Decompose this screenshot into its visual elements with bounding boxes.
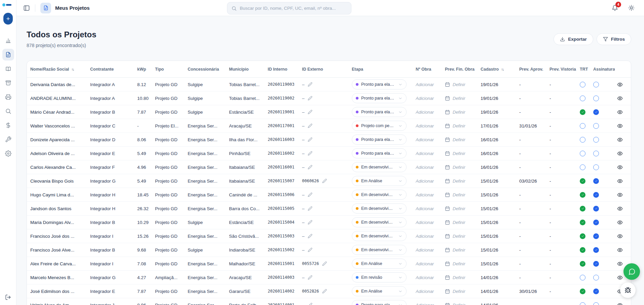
definir-button[interactable]: Definir: [453, 96, 465, 101]
chat-button[interactable]: [623, 263, 640, 280]
definir-button[interactable]: Definir: [453, 234, 465, 239]
definir-button[interactable]: Definir: [453, 192, 465, 197]
logout-icon[interactable]: [5, 294, 11, 300]
add-obra-button[interactable]: Adicionar: [416, 220, 434, 225]
etapa-select[interactable]: Em desenvolvimento: [352, 190, 407, 200]
etapa-select[interactable]: Pronto para elabor...: [352, 300, 407, 305]
edit-id-externo-icon[interactable]: [308, 303, 312, 305]
definir-button[interactable]: Definir: [453, 151, 465, 156]
definir-button[interactable]: Definir: [453, 137, 465, 142]
column-header-name[interactable]: Nome/Razão Social↑↓: [30, 67, 90, 72]
etapa-select[interactable]: Em desenvolvimento: [352, 231, 407, 241]
sidebar-item-printer[interactable]: [2, 91, 14, 103]
etapa-select[interactable]: Em Análise: [352, 259, 407, 269]
sidebar-item-gear[interactable]: [2, 148, 14, 159]
definir-button[interactable]: Definir: [453, 289, 465, 294]
add-obra-button[interactable]: Adicionar: [416, 247, 434, 253]
edit-id-externo-icon[interactable]: [308, 192, 312, 197]
view-project-button[interactable]: [617, 247, 623, 253]
view-project-button[interactable]: [617, 123, 623, 129]
etapa-select[interactable]: Pronto para elabor...: [352, 135, 407, 145]
edit-id-externo-icon[interactable]: [308, 234, 312, 238]
theme-toggle-button[interactable]: [628, 5, 635, 11]
etapa-select[interactable]: Em Análise: [352, 286, 407, 296]
etapa-select[interactable]: Em Análise: [352, 176, 407, 186]
add-obra-button[interactable]: Adicionar: [416, 179, 434, 184]
edit-id-externo-icon[interactable]: [308, 151, 312, 156]
edit-id-externo-icon[interactable]: [322, 261, 327, 266]
edit-id-externo-icon[interactable]: [308, 275, 312, 280]
edit-id-externo-icon[interactable]: [308, 110, 312, 114]
view-project-button[interactable]: [617, 178, 623, 184]
add-obra-button[interactable]: Adicionar: [416, 82, 434, 87]
etapa-select[interactable]: Em desenvolvimento: [352, 217, 407, 227]
view-project-button[interactable]: [617, 109, 623, 115]
definir-button[interactable]: Definir: [453, 261, 465, 266]
definir-button[interactable]: Definir: [453, 110, 465, 115]
etapa-select[interactable]: Em desenvolvimento: [352, 203, 407, 214]
add-obra-button[interactable]: Adicionar: [416, 96, 434, 101]
etapa-select[interactable]: Pronto para elabor...: [352, 93, 407, 103]
add-obra-button[interactable]: Adicionar: [416, 192, 434, 197]
add-obra-button[interactable]: Adicionar: [416, 234, 434, 239]
etapa-select[interactable]: Em desenvolvimento: [352, 245, 407, 255]
edit-id-externo-icon[interactable]: [308, 82, 312, 87]
definir-button[interactable]: Definir: [453, 247, 465, 253]
add-obra-button[interactable]: Adicionar: [416, 123, 434, 128]
add-obra-button[interactable]: Adicionar: [416, 289, 434, 294]
add-obra-button[interactable]: Adicionar: [416, 261, 434, 266]
edit-id-externo-icon[interactable]: [308, 206, 312, 211]
add-obra-button[interactable]: Adicionar: [416, 275, 434, 280]
view-project-button[interactable]: [617, 151, 623, 156]
sidebar-item-archive[interactable]: [2, 77, 14, 89]
edit-id-externo-icon[interactable]: [308, 96, 312, 101]
add-obra-button[interactable]: Adicionar: [416, 137, 434, 142]
notifications-button[interactable]: 4: [612, 5, 618, 11]
add-obra-button[interactable]: Adicionar: [416, 110, 434, 115]
sidebar-item-book[interactable]: [2, 63, 14, 75]
view-project-button[interactable]: [617, 137, 623, 143]
sidebar-toggle-button[interactable]: [23, 5, 30, 11]
add-obra-button[interactable]: Adicionar: [416, 303, 434, 305]
view-project-button[interactable]: [617, 275, 623, 280]
filters-button[interactable]: Filtros: [597, 33, 631, 45]
view-project-button[interactable]: [617, 261, 623, 267]
view-project-button[interactable]: [617, 82, 623, 87]
etapa-select[interactable]: Projeto com pendê...: [352, 121, 407, 131]
view-project-button[interactable]: [617, 233, 623, 239]
add-project-button[interactable]: +: [3, 13, 13, 25]
etapa-select[interactable]: Pronto para elabor...: [352, 148, 407, 158]
sidebar-item-dollar[interactable]: [2, 119, 14, 131]
definir-button[interactable]: Definir: [453, 303, 465, 305]
sidebar-item-bar-chart[interactable]: [2, 35, 14, 46]
sidebar-item-document[interactable]: [2, 49, 14, 61]
sidebar-item-wrench[interactable]: [2, 134, 14, 145]
add-obra-button[interactable]: Adicionar: [416, 165, 434, 170]
definir-button[interactable]: Definir: [453, 275, 465, 280]
edit-id-externo-icon[interactable]: [308, 247, 312, 252]
view-project-button[interactable]: [617, 96, 623, 101]
search-input[interactable]: [240, 6, 347, 11]
definir-button[interactable]: Definir: [453, 206, 465, 211]
bug-report-button[interactable]: [620, 282, 636, 298]
etapa-select[interactable]: Em revisão: [352, 272, 407, 282]
edit-id-externo-icon[interactable]: [308, 165, 312, 169]
definir-button[interactable]: Definir: [453, 123, 465, 128]
etapa-select[interactable]: Em desenvolvimento: [352, 162, 407, 172]
etapa-select[interactable]: Pronto para elabor...: [352, 79, 407, 89]
edit-id-externo-icon[interactable]: [308, 123, 312, 128]
edit-id-externo-icon[interactable]: [308, 137, 312, 142]
view-project-button[interactable]: [617, 206, 623, 212]
view-project-button[interactable]: [617, 302, 623, 305]
add-obra-button[interactable]: Adicionar: [416, 151, 434, 156]
view-project-button[interactable]: [617, 164, 623, 170]
view-project-button[interactable]: [617, 192, 623, 198]
view-project-button[interactable]: [617, 220, 623, 225]
edit-id-externo-icon[interactable]: [322, 289, 327, 294]
add-obra-button[interactable]: Adicionar: [416, 206, 434, 211]
definir-button[interactable]: Definir: [453, 82, 465, 87]
edit-id-externo-icon[interactable]: [308, 220, 312, 225]
definir-button[interactable]: Definir: [453, 220, 465, 225]
etapa-select[interactable]: Pronto para elabor...: [352, 107, 407, 117]
column-header-cadastro[interactable]: Cadastro↑↓: [481, 67, 519, 72]
